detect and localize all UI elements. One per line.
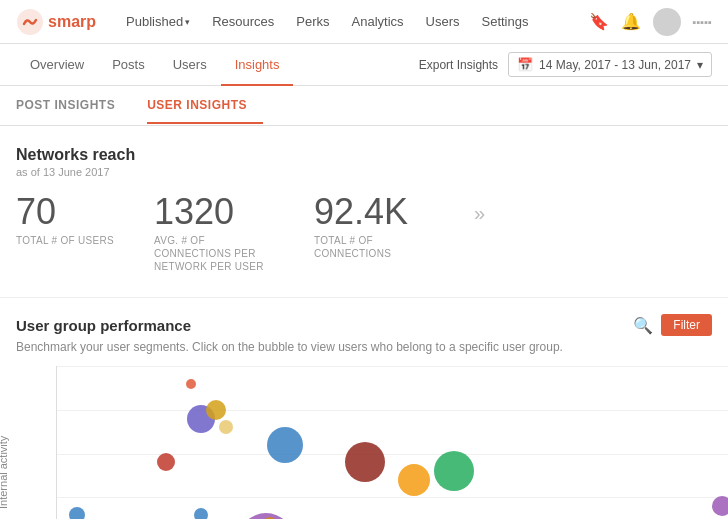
bubble-chart-wrapper: Internal activity 25 20 15 10 5 0 0 0.5	[16, 366, 712, 519]
bookmark-icon[interactable]: 🔖	[589, 12, 609, 31]
metric-label-avg: AVG. # OF CONNECTIONS PER NETWORK PER US…	[154, 234, 274, 273]
bubble-13[interactable]	[345, 442, 385, 482]
calendar-icon: 📅	[517, 57, 533, 72]
sub-nav-right: Export Insights 📅 14 May, 2017 - 13 Jun,…	[419, 52, 712, 77]
more-metrics-arrow[interactable]: »	[474, 194, 485, 225]
export-insights-button[interactable]: Export Insights	[419, 58, 498, 72]
metric-label-conn: TOTAL # OF CONNECTIONS	[314, 234, 434, 260]
tab-post-insights[interactable]: POST INSIGHTS	[16, 88, 131, 124]
metric-total-connections: 92.4K TOTAL # OF CONNECTIONS	[314, 194, 434, 260]
logo-text: smarp	[48, 13, 96, 31]
networks-reach-title: Networks reach	[16, 146, 712, 164]
metrics-row: 70 TOTAL # OF USERS 1320 AVG. # OF CONNE…	[16, 194, 712, 273]
metric-avg-connections: 1320 AVG. # OF CONNECTIONS PER NETWORK P…	[154, 194, 274, 273]
avatar[interactable]	[653, 8, 681, 36]
tab-insights[interactable]: Insights	[221, 45, 294, 86]
bubble-6[interactable]	[194, 508, 208, 519]
bubble-4[interactable]	[219, 420, 233, 434]
nav-published[interactable]: Published ▾	[116, 10, 200, 33]
grid-line-20	[57, 410, 728, 411]
user-group-performance-section: User group performance 🔍 Filter Benchmar…	[16, 314, 712, 519]
nav-right-icons: 🔖 🔔 ▪▪▪▪▪	[589, 8, 713, 36]
y-axis-label: Internal activity	[0, 435, 9, 508]
nav-items: Published ▾ Resources Perks Analytics Us…	[116, 10, 588, 33]
bubble-5[interactable]	[157, 453, 175, 471]
metric-value-conn: 92.4K	[314, 194, 434, 230]
networks-reach-subtitle: as of 13 June 2017	[16, 166, 712, 178]
tab-user-insights[interactable]: USER INSIGHTS	[147, 88, 263, 124]
grid-line-10	[57, 497, 728, 498]
metric-value-avg: 1320	[154, 194, 274, 230]
published-dropdown-arrow: ▾	[185, 17, 190, 27]
bubble-8[interactable]	[267, 427, 303, 463]
logo-icon	[16, 8, 44, 36]
bubble-15[interactable]	[434, 451, 474, 491]
bubble-chart	[56, 366, 728, 519]
chart-subtitle: Benchmark your user segments. Click on t…	[16, 340, 712, 354]
date-range-arrow: ▾	[697, 58, 703, 72]
user-name: ▪▪▪▪▪	[693, 16, 713, 28]
chart-controls: 🔍 Filter	[633, 314, 712, 336]
divider	[0, 297, 728, 298]
nav-analytics[interactable]: Analytics	[342, 10, 414, 33]
nav-perks[interactable]: Perks	[286, 10, 339, 33]
filter-button[interactable]: Filter	[661, 314, 712, 336]
bubble-3[interactable]	[206, 400, 226, 420]
tab-overview[interactable]: Overview	[16, 45, 98, 86]
nav-resources[interactable]: Resources	[202, 10, 284, 33]
nav-users[interactable]: Users	[416, 10, 470, 33]
sub-nav-tabs: Overview Posts Users Insights	[16, 45, 419, 85]
date-range-picker[interactable]: 📅 14 May, 2017 - 13 Jun, 2017 ▾	[508, 52, 712, 77]
bubble-16[interactable]	[712, 496, 728, 516]
main-content: Networks reach as of 13 June 2017 70 TOT…	[0, 126, 728, 519]
logo[interactable]: smarp	[16, 8, 96, 36]
metric-label-users: TOTAL # OF USERS	[16, 234, 114, 247]
section-tabs: POST INSIGHTS USER INSIGHTS	[0, 86, 728, 126]
sub-nav: Overview Posts Users Insights Export Ins…	[0, 44, 728, 86]
bubble-1[interactable]	[186, 379, 196, 389]
chart-title: User group performance	[16, 317, 633, 334]
networks-reach-section: Networks reach as of 13 June 2017 70 TOT…	[16, 146, 712, 273]
chart-header: User group performance 🔍 Filter	[16, 314, 712, 336]
metric-value-users: 70	[16, 194, 114, 230]
grid-line-25	[57, 366, 728, 367]
top-nav: smarp Published ▾ Resources Perks Analyt…	[0, 0, 728, 44]
grid-line-15	[57, 454, 728, 455]
tab-posts[interactable]: Posts	[98, 45, 159, 86]
nav-settings[interactable]: Settings	[472, 10, 539, 33]
metric-total-users: 70 TOTAL # OF USERS	[16, 194, 114, 247]
date-range-text: 14 May, 2017 - 13 Jun, 2017	[539, 58, 691, 72]
bubble-14[interactable]	[398, 464, 430, 496]
bubble-0[interactable]	[69, 507, 85, 519]
tab-users[interactable]: Users	[159, 45, 221, 86]
zoom-icon[interactable]: 🔍	[633, 316, 653, 335]
bell-icon[interactable]: 🔔	[621, 12, 641, 31]
